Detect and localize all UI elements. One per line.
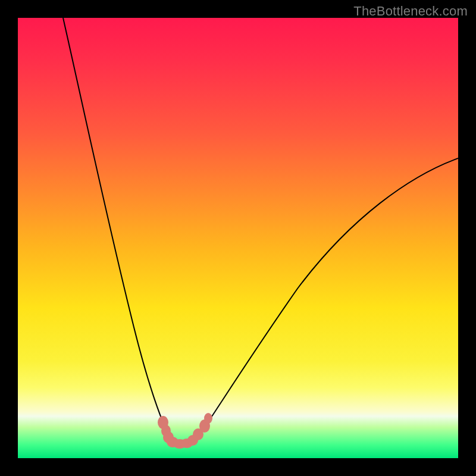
- watermark-text: TheBottleneck.com: [353, 4, 468, 19]
- bottleneck-curve: [18, 18, 458, 458]
- curve-path: [63, 18, 458, 443]
- svg-point-9: [204, 413, 212, 424]
- trough-markers: [158, 413, 212, 449]
- plot-area: [18, 18, 458, 458]
- chart-frame: TheBottleneck.com: [0, 0, 476, 476]
